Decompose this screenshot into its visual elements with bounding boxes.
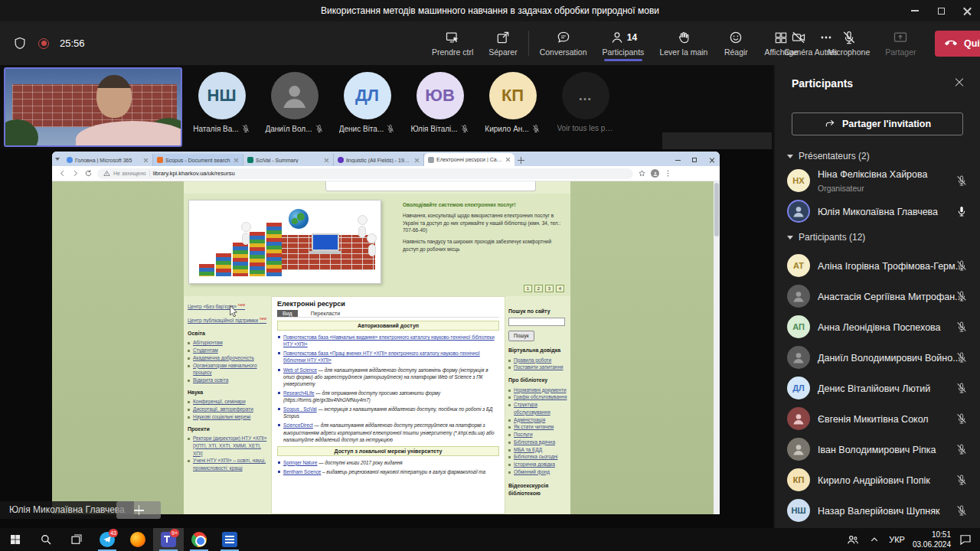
react-button[interactable]: Réagir	[717, 21, 755, 65]
resource-link[interactable]: Research4Life — для отримання доступу пр…	[277, 390, 499, 403]
action-center-icon[interactable]	[959, 533, 972, 546]
browser-menu-icon[interactable]	[664, 169, 672, 178]
browser-maximize-button[interactable]	[686, 154, 703, 166]
raise-hand-button[interactable]: Lever la main	[653, 21, 714, 65]
window-maximize-button[interactable]	[928, 0, 954, 21]
resource-link[interactable]: Повнотекстова база «Навчальні видання» е…	[277, 334, 499, 347]
nav-link[interactable]: Академічна доброчесність	[188, 354, 269, 362]
nav-link[interactable]: Адміністрація	[508, 416, 568, 424]
participant-tile[interactable]: Даниїл Вол...	[258, 65, 331, 149]
address-bar[interactable]: Не захищено library.kpi.kharkov.ua/uk/re…	[97, 168, 633, 179]
show-hidden-icons-chevron[interactable]	[867, 533, 881, 546]
nav-link[interactable]: Центр публікаційної підтримки new	[188, 316, 269, 324]
taskbar-teams[interactable]: 9+	[153, 528, 184, 551]
nav-link[interactable]: Наукові соціальні мережі	[188, 413, 269, 421]
nav-link[interactable]: Бібліотека сьогодні	[508, 453, 568, 461]
window-close-button[interactable]	[954, 0, 980, 21]
nav-link[interactable]: Правила роботи	[508, 357, 568, 364]
video-tour-link[interactable]: Відеоекскурсія бібліотекою	[508, 482, 568, 498]
camera-button[interactable]: Caméra	[778, 30, 818, 57]
attendees-section-header[interactable]: Participants (12)	[787, 232, 865, 243]
participant-row[interactable]: Юлія Миколаївна Главчева	[787, 197, 968, 226]
tab-close-icon[interactable]	[505, 157, 511, 162]
participant-tile[interactable]: НШ Наталія Ва...	[185, 65, 258, 149]
tab-close-icon[interactable]	[143, 158, 149, 163]
nav-link[interactable]: Нормативні документи	[508, 386, 568, 394]
nav-link[interactable]: Учені НТУ «ХПІ» – освіті, науці, промисл…	[188, 457, 269, 472]
participant-tile[interactable]: ДЛ Денис Віта...	[331, 65, 403, 149]
participant-row[interactable]: АТ Аліна Ігорівна Трофімова-Герм...	[787, 251, 968, 280]
browser-tab[interactable]: SciVal - Summary	[243, 154, 334, 166]
participant-tile[interactable]: КП Кирило Ан...	[476, 65, 549, 149]
new-tab-button[interactable]	[514, 154, 527, 166]
panel-close-button[interactable]	[952, 76, 966, 90]
see-all-participants-tile[interactable]: … Voir tous les pa...	[549, 65, 622, 149]
task-view-button[interactable]	[61, 528, 92, 551]
pagination-button[interactable]: 1	[524, 285, 532, 292]
nav-link[interactable]: Обмінний фонд	[508, 468, 568, 476]
nav-link[interactable]: Організаторам навчального процесу	[188, 362, 269, 377]
pagination-button[interactable]: 2	[534, 285, 543, 292]
browser-tab[interactable]: linguistic (All Fields) - 199,901	[334, 154, 424, 166]
pagination-button[interactable]: 3	[545, 285, 554, 292]
tab-close-icon[interactable]	[324, 158, 329, 163]
taskbar-search-button[interactable]	[31, 528, 61, 551]
browser-close-button[interactable]	[703, 154, 720, 166]
nav-link[interactable]: Історична довідка	[508, 461, 568, 468]
site-search-input[interactable]	[508, 318, 565, 326]
nav-link[interactable]: Графік обслуговування	[508, 393, 568, 401]
participant-row[interactable]: НХ Ніна Феліксівна Хайрова Organisateur	[787, 166, 968, 195]
taskbar-telegram[interactable]: 43	[92, 528, 122, 551]
tab-search-button[interactable]	[52, 152, 63, 166]
participant-row[interactable]: Євгенія Микитівна Сокол	[787, 404, 968, 433]
start-button[interactable]	[0, 528, 31, 551]
pagination-button[interactable]: 4	[556, 285, 564, 292]
nav-link[interactable]: Як стати читачем	[508, 423, 568, 431]
nav-link[interactable]: Дисертації, автореферати	[188, 406, 269, 413]
resource-link[interactable]: Springer Nature — доступні книги 2017 ро…	[277, 459, 499, 466]
share-invitation-button[interactable]: Partager l'invitation	[792, 112, 963, 135]
tab-close-icon[interactable]	[414, 158, 420, 163]
view-tab[interactable]: Вид	[277, 310, 298, 317]
bookmark-star-icon[interactable]	[638, 169, 646, 178]
presenters-section-header[interactable]: Présentateurs (2)	[787, 151, 870, 161]
nav-link[interactable]: Структура обслуговування	[508, 401, 568, 416]
nav-link[interactable]: Абітурієнтам	[188, 339, 269, 347]
nav-link[interactable]: МБА та ЕДД	[508, 446, 568, 454]
leave-button[interactable]: Quitter	[935, 31, 980, 57]
nav-link[interactable]: Конференції, семінари	[188, 398, 269, 406]
nav-link[interactable]: Ректори (директори) НТУ «ХПІ» [ХПТІ, ХТІ…	[188, 435, 269, 457]
people-icon[interactable]	[846, 533, 860, 546]
pop-out-button[interactable]: Séparer	[482, 21, 523, 65]
taskbar-firefox[interactable]	[122, 528, 153, 551]
taskbar-clock[interactable]: 10:51 03.06.2024	[913, 530, 951, 549]
participant-row[interactable]: Іван Володимирович Ріпка	[787, 435, 968, 464]
page-scrollbar[interactable]	[714, 181, 720, 514]
browser-tab-active[interactable]: Електронні ресурси | Сайт бі...	[424, 153, 514, 166]
participant-row[interactable]: НШ Назар Валерійович Шупняк	[787, 496, 968, 525]
tab-close-icon[interactable]	[234, 158, 239, 163]
nav-link[interactable]: Бібліотека вдячна	[508, 439, 568, 446]
participant-row[interactable]: Даниїл Володимирович Войно...	[787, 343, 968, 372]
participant-row[interactable]: Анастасія Сергіївна Митрофан...	[787, 282, 968, 311]
pin-share-button[interactable]	[116, 501, 161, 519]
window-minimize-button[interactable]	[902, 0, 928, 21]
nav-link[interactable]: Студентам	[188, 347, 269, 354]
participant-row[interactable]: АП Анна Леонідівна Поспехова	[787, 312, 968, 341]
participant-tile[interactable]: ЮВ Юлія Віталі...	[403, 65, 476, 149]
participant-row[interactable]: КП Кирило Андрійович Попік	[787, 465, 968, 494]
forward-icon[interactable]	[71, 169, 80, 178]
scrollbar-thumb[interactable]	[714, 183, 719, 236]
take-control-button[interactable]: Prendre ctrl	[426, 21, 479, 65]
nav-link[interactable]: Відкрита освіта	[188, 377, 269, 384]
taskbar-word[interactable]	[214, 528, 245, 551]
resource-link[interactable]: Scopus , SciVal — інструкція з налаштува…	[277, 406, 499, 419]
browser-tab[interactable]: Scopus - Document search	[153, 154, 243, 166]
browser-profile-avatar[interactable]	[651, 169, 659, 178]
self-video-tile[interactable]	[4, 67, 182, 147]
participants-button[interactable]: 14 Participants	[596, 21, 651, 65]
resource-link[interactable]: Web of Science — для налаштування віддал…	[277, 367, 499, 387]
nav-link[interactable]: Послуги	[508, 431, 568, 439]
reload-icon[interactable]	[84, 169, 93, 178]
chat-button[interactable]: Conversation	[534, 21, 593, 65]
